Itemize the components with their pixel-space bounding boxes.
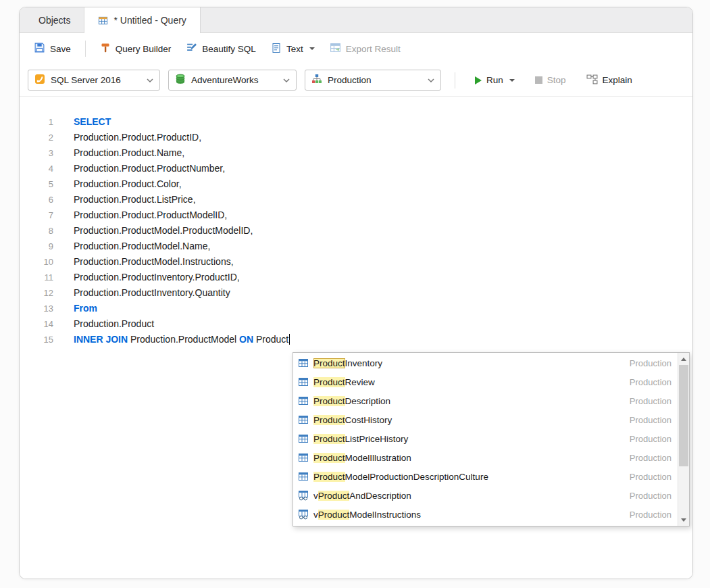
sql-identifier: Production.Product.ProductID, [74, 132, 201, 143]
sql-keyword: INNER JOIN [74, 334, 128, 345]
code-text: INNER JOIN Production.ProductModel ON Pr… [74, 332, 290, 347]
code-line[interactable]: 8Production.ProductModel.ProductModelID, [20, 223, 692, 239]
code-line[interactable]: 15INNER JOIN Production.ProductModel ON … [20, 332, 692, 347]
schema-context: Production [630, 453, 674, 463]
text-dropdown-caret-icon[interactable] [309, 47, 315, 50]
code-line[interactable]: 6Production.Product.ListPrice, [20, 192, 692, 207]
autocomplete-item[interactable]: ProductModelIllustrationProduction [293, 448, 677, 467]
code-line[interactable]: 7Production.Product.ProductModelID, [20, 207, 692, 223]
tab-objects-label: Objects [39, 15, 70, 26]
code-text: Production.ProductInventory.Quantity [74, 285, 230, 301]
autocomplete-scrollbar[interactable] [678, 353, 689, 526]
explain-button[interactable]: Explain [580, 70, 638, 91]
autocomplete-item[interactable]: ProductListPriceHistoryProduction [293, 429, 677, 448]
schema-select[interactable]: Production [305, 70, 441, 91]
tab-query[interactable]: * Untitled - Query [84, 7, 200, 33]
scrollbar-thumb[interactable] [679, 365, 688, 466]
autocomplete-list: ProductInventoryProductionProductReviewP… [293, 353, 677, 524]
sql-editor[interactable]: 1SELECT2Production.Product.ProductID,3Pr… [20, 97, 692, 579]
code-text: From [74, 301, 97, 316]
tab-query-label: * Untitled - Query [113, 15, 186, 26]
code-line[interactable]: 5Production.Product.Color, [20, 176, 692, 192]
query-builder-button[interactable]: Query Builder [94, 39, 178, 59]
code-line[interactable]: 2Production.Product.ProductID, [20, 130, 692, 145]
schema-context: Production [630, 396, 674, 406]
code-line[interactable]: 3Production.Product.Name, [20, 145, 692, 161]
text-view-label: Text [286, 44, 303, 54]
tab-bar: Objects * Untitled - Query [20, 7, 692, 33]
toolbar-separator [85, 41, 86, 57]
database-icon [175, 74, 186, 87]
table-icon [298, 358, 309, 368]
code-line[interactable]: 13From [20, 301, 692, 316]
view-icon [298, 490, 309, 501]
sql-identifier: Production.ProductInventory.Quantity [74, 287, 230, 298]
sql-identifier: Production.Product.ListPrice, [74, 194, 196, 205]
connection-value: SQL Server 2016 [51, 75, 121, 85]
text-document-icon [271, 43, 282, 55]
code-line[interactable]: 12Production.ProductInventory.Quantity [20, 285, 692, 301]
text-view-button[interactable]: Text [265, 39, 321, 59]
export-result-icon [330, 42, 341, 55]
connection-select[interactable]: SQL Server 2016 [28, 70, 160, 91]
schema-icon [311, 74, 322, 87]
schema-value: Production [328, 75, 372, 85]
text-caret [289, 334, 290, 345]
sql-keyword: From [74, 303, 97, 314]
line-number: 15 [20, 332, 53, 347]
scroll-down-button[interactable] [678, 514, 689, 525]
sql-identifier: Production.ProductModel.Name, [74, 241, 210, 251]
code-line[interactable]: 4Production.Product.ProductNumber, [20, 161, 692, 176]
sql-keyword: SELECT [74, 116, 111, 127]
autocomplete-item[interactable]: vProductModelInstructionsProduction [293, 505, 677, 524]
save-button[interactable]: Save [28, 39, 77, 59]
autocomplete-item[interactable]: ProductDescriptionProduction [293, 391, 677, 410]
line-number: 9 [20, 239, 53, 254]
sql-identifier: Production.ProductInventory.ProductID, [74, 272, 240, 283]
up-arrow-icon [681, 358, 686, 361]
code-line[interactable]: 9Production.ProductModel.Name, [20, 239, 692, 254]
code-line[interactable]: 11Production.ProductInventory.ProductID, [20, 270, 692, 285]
autocomplete-item[interactable]: ProductInventoryProduction [293, 353, 677, 372]
app-window: Objects * Untitled - Query Save Query Bu… [19, 7, 693, 579]
sql-keyword: ON [239, 334, 253, 345]
code-text: Production.Product [74, 316, 154, 332]
table-icon [298, 414, 309, 425]
autocomplete-item[interactable]: ProductModelProductionDescriptionCulture… [293, 467, 677, 486]
code-line[interactable]: 14Production.Product [20, 316, 692, 332]
autocomplete-item[interactable]: vProductAndDescriptionProduction [293, 486, 677, 505]
database-select[interactable]: AdventureWorks [168, 70, 297, 91]
object-name: ProductReview [313, 377, 624, 387]
query-builder-label: Query Builder [116, 44, 172, 54]
line-number: 6 [20, 192, 53, 207]
line-number: 13 [20, 301, 53, 316]
line-number: 5 [20, 176, 53, 192]
sql-identifier: Production.ProductModel.Instructions, [74, 256, 234, 267]
run-dropdown-caret-icon[interactable] [509, 79, 515, 82]
schema-context: Production [630, 472, 674, 482]
autocomplete-item[interactable]: ProductReviewProduction [293, 372, 677, 391]
scroll-up-button[interactable] [678, 353, 689, 364]
code-text: Production.ProductModel.ProductModelID, [74, 223, 253, 239]
explain-icon [586, 74, 598, 87]
sql-identifier: Production.Product.ProductNumber, [74, 163, 225, 174]
toolbar-separator [455, 72, 455, 89]
code-text: Production.Product.ProductModelID, [74, 207, 227, 223]
main-toolbar: Save Query Builder Beautify SQL Text [20, 33, 692, 64]
tab-objects[interactable]: Objects [25, 7, 84, 32]
run-button[interactable]: Run [469, 72, 521, 89]
save-label: Save [50, 44, 71, 54]
schema-context: Production [630, 491, 674, 501]
line-number: 4 [20, 161, 53, 176]
beautify-sql-button[interactable]: Beautify SQL [180, 39, 262, 59]
autocomplete-item[interactable]: ProductCostHistoryProduction [293, 410, 677, 429]
object-name: vProductModelInstructions [313, 510, 624, 520]
line-number: 8 [20, 223, 53, 239]
connection-icon [34, 74, 45, 87]
code-text: Production.Product.ListPrice, [74, 192, 196, 207]
sql-identifier: Production.Product.Color, [74, 178, 182, 189]
code-line[interactable]: 10Production.ProductModel.Instructions, [20, 254, 692, 270]
autocomplete-popup: ProductInventoryProductionProductReviewP… [293, 352, 690, 526]
code-line[interactable]: 1SELECT [20, 114, 692, 130]
schema-context: Production [630, 510, 674, 520]
